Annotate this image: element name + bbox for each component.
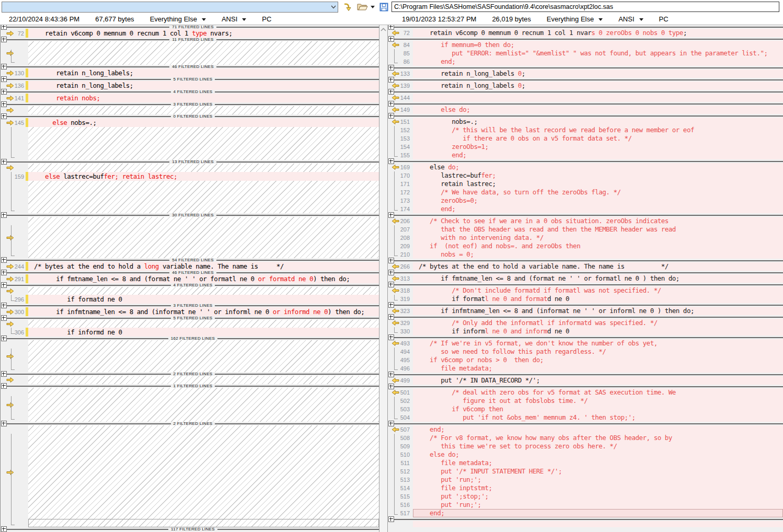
code-line: /* deal with zero obs for v5 format at S… [413, 388, 783, 397]
expand-icon[interactable] [388, 372, 394, 377]
expand-icon[interactable] [388, 25, 394, 30]
merge-right-arrow-icon[interactable] [6, 309, 14, 315]
code-line: put ';stop;'; [413, 492, 783, 501]
diff-line-row: 494 so we need to follow this path regar… [388, 348, 783, 356]
merge-left-arrow-icon[interactable] [392, 107, 399, 113]
merge-left-arrow-icon[interactable] [392, 95, 399, 101]
expand-icon[interactable] [388, 421, 394, 426]
expand-icon[interactable] [388, 516, 394, 522]
code-line: put 'run;'; [413, 501, 783, 509]
expand-icon[interactable] [1, 282, 7, 288]
right-filter-dropdown[interactable]: Everything Else [547, 15, 603, 23]
expand-icon[interactable] [388, 89, 394, 95]
merge-left-arrow-icon[interactable] [392, 390, 399, 396]
merge-right-arrow-icon[interactable] [6, 288, 14, 294]
expand-icon[interactable] [1, 159, 7, 165]
expand-icon[interactable] [388, 302, 394, 308]
expand-icon[interactable] [388, 113, 394, 119]
merge-right-arrow-icon[interactable] [6, 321, 14, 327]
row-gutter: 154 [388, 143, 413, 151]
scroll-up-icon[interactable] [381, 28, 386, 31]
code-segment: put ';stop;'; [415, 492, 489, 500]
expand-icon[interactable] [388, 314, 394, 320]
expand-icon[interactable] [1, 336, 7, 341]
merge-right-arrow-icon[interactable] [6, 70, 14, 76]
expand-icon[interactable] [1, 101, 7, 107]
expand-icon[interactable] [388, 65, 394, 71]
expand-icon[interactable] [388, 384, 394, 389]
expand-icon[interactable] [388, 258, 394, 263]
expand-icon[interactable] [1, 303, 7, 308]
separator-line [394, 317, 783, 318]
expand-icon[interactable] [388, 334, 394, 340]
merge-right-arrow-icon[interactable] [6, 276, 14, 282]
merge-left-arrow-icon[interactable] [392, 341, 399, 346]
chevron-down-icon[interactable] [329, 5, 338, 9]
merge-left-arrow-icon[interactable] [392, 264, 399, 270]
merge-right-arrow-icon[interactable] [6, 30, 14, 36]
expand-icon[interactable] [1, 270, 7, 275]
expand-icon[interactable] [1, 257, 7, 263]
merge-right-arrow-icon[interactable] [6, 263, 14, 269]
open-file-dropdown-caret-icon[interactable] [371, 6, 375, 8]
merge-left-arrow-icon[interactable] [392, 320, 399, 326]
merge-left-arrow-icon[interactable] [392, 288, 399, 294]
merge-right-arrow-icon[interactable] [6, 95, 14, 101]
expand-icon[interactable] [1, 113, 7, 119]
code-segment: if fmtname_len <= 8 and (format ne ' ' o… [30, 275, 258, 283]
expand-icon[interactable] [1, 25, 7, 30]
expand-icon[interactable] [388, 77, 394, 83]
merge-left-arrow-icon[interactable] [392, 308, 399, 314]
expand-icon[interactable] [1, 383, 7, 389]
merge-right-arrow-icon[interactable] [6, 377, 14, 383]
diff-line-row: 499 put '/* IN DATA_RECORD */'; [388, 376, 783, 385]
right-encoding-dropdown[interactable]: ANSI [618, 15, 643, 23]
merge-left-arrow-icon[interactable] [392, 276, 399, 282]
expand-icon[interactable] [1, 526, 7, 532]
expand-icon[interactable] [1, 421, 7, 426]
left-file-combobox[interactable] [2, 2, 338, 13]
refresh-arrow-icon[interactable] [343, 3, 352, 11]
expand-icon[interactable] [1, 371, 7, 377]
merge-right-arrow-icon[interactable] [6, 120, 14, 125]
left-pane-scrollbar[interactable] [379, 25, 387, 532]
expand-icon[interactable] [1, 64, 7, 70]
merge-left-arrow-icon[interactable] [392, 42, 399, 48]
expand-icon[interactable] [1, 212, 7, 218]
merge-left-arrow-icon[interactable] [392, 71, 399, 77]
expand-icon[interactable] [1, 89, 7, 95]
expand-icon[interactable] [388, 212, 394, 218]
line-number: 496 [400, 365, 410, 372]
merge-right-arrow-icon[interactable] [6, 83, 14, 88]
line-number: 313 [400, 275, 410, 282]
left-encoding-dropdown[interactable]: ANSI [222, 15, 246, 23]
expand-icon[interactable] [388, 270, 394, 275]
merge-right-arrow-icon[interactable] [6, 165, 14, 171]
right-file-path-input[interactable] [392, 2, 779, 12]
expand-icon[interactable] [1, 37, 7, 42]
expand-icon[interactable] [1, 315, 7, 321]
expand-icon[interactable] [1, 76, 7, 82]
separator-line [394, 386, 783, 387]
save-icon[interactable] [379, 3, 388, 11]
expand-icon[interactable] [388, 101, 394, 107]
separator-line [394, 79, 783, 80]
merge-left-arrow-icon[interactable] [392, 165, 399, 170]
merge-left-arrow-icon[interactable] [392, 378, 399, 384]
code-line: so we need to follow this path regardles… [413, 348, 783, 356]
code-line: nobs=.; [413, 118, 783, 126]
merge-left-arrow-icon[interactable] [392, 218, 399, 224]
expand-icon[interactable] [388, 158, 394, 164]
line-number: 172 [400, 189, 410, 195]
group-bracket [394, 459, 398, 467]
merge-left-arrow-icon[interactable] [392, 83, 399, 89]
filtered-block-row [1, 41, 379, 65]
merge-left-arrow-icon[interactable] [392, 119, 399, 125]
expand-icon[interactable] [388, 282, 394, 287]
left-filter-dropdown[interactable]: Everything Else [150, 15, 206, 23]
merge-left-arrow-icon[interactable] [392, 427, 399, 433]
open-file-icon[interactable] [357, 3, 368, 11]
merge-right-arrow-icon[interactable] [6, 108, 14, 113]
merge-left-arrow-icon[interactable] [392, 30, 399, 36]
expand-icon[interactable] [388, 36, 394, 42]
